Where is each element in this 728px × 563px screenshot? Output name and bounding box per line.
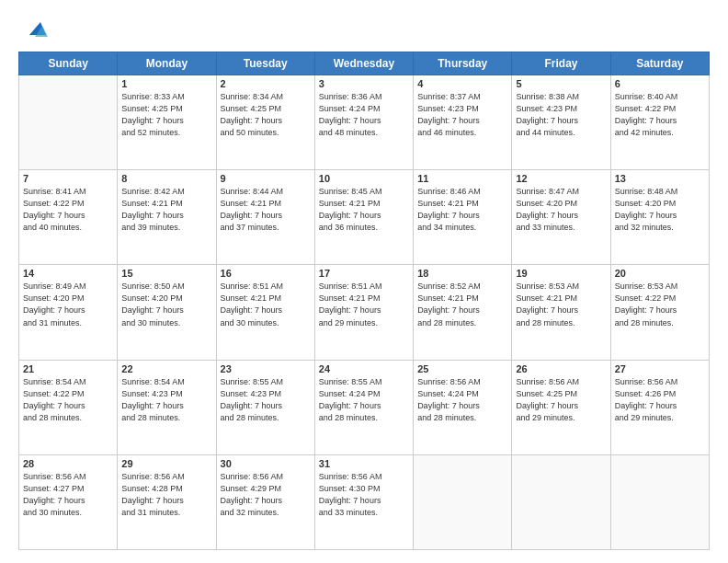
calendar-cell: 8Sunrise: 8:42 AM Sunset: 4:21 PM Daylig… xyxy=(118,170,216,265)
calendar-cell: 17Sunrise: 8:51 AM Sunset: 4:21 PM Dayli… xyxy=(314,265,413,360)
day-number: 25 xyxy=(417,363,507,374)
calendar-table: SundayMondayTuesdayWednesdayThursdayFrid… xyxy=(18,52,710,550)
calendar-cell xyxy=(610,454,709,549)
day-number: 15 xyxy=(121,268,211,279)
calendar-cell: 30Sunrise: 8:56 AM Sunset: 4:29 PM Dayli… xyxy=(216,454,314,549)
cell-info: Sunrise: 8:46 AM Sunset: 4:21 PM Dayligh… xyxy=(417,186,507,234)
header xyxy=(18,17,710,42)
cell-info: Sunrise: 8:55 AM Sunset: 4:23 PM Dayligh… xyxy=(221,376,311,424)
cell-info: Sunrise: 8:53 AM Sunset: 4:21 PM Dayligh… xyxy=(516,281,606,328)
calendar-cell: 24Sunrise: 8:55 AM Sunset: 4:24 PM Dayli… xyxy=(314,360,413,454)
calendar-cell: 26Sunrise: 8:56 AM Sunset: 4:25 PM Dayli… xyxy=(512,360,610,454)
cell-info: Sunrise: 8:44 AM Sunset: 4:21 PM Dayligh… xyxy=(221,186,311,234)
day-number: 17 xyxy=(319,268,409,279)
calendar-cell: 4Sunrise: 8:37 AM Sunset: 4:23 PM Daylig… xyxy=(414,75,512,170)
calendar-cell: 5Sunrise: 8:38 AM Sunset: 4:23 PM Daylig… xyxy=(512,75,610,170)
weekday-header-tuesday: Tuesday xyxy=(216,52,314,75)
cell-info: Sunrise: 8:47 AM Sunset: 4:20 PM Dayligh… xyxy=(516,186,606,234)
day-number: 26 xyxy=(516,363,606,374)
day-number: 7 xyxy=(23,173,113,184)
day-number: 2 xyxy=(221,78,311,89)
cell-info: Sunrise: 8:53 AM Sunset: 4:22 PM Dayligh… xyxy=(615,281,705,328)
cell-info: Sunrise: 8:49 AM Sunset: 4:20 PM Dayligh… xyxy=(23,281,113,328)
calendar-cell: 15Sunrise: 8:50 AM Sunset: 4:20 PM Dayli… xyxy=(118,265,216,360)
day-number: 5 xyxy=(516,78,606,89)
cell-info: Sunrise: 8:56 AM Sunset: 4:24 PM Dayligh… xyxy=(417,376,507,424)
calendar-cell: 28Sunrise: 8:56 AM Sunset: 4:27 PM Dayli… xyxy=(19,454,118,549)
day-number: 29 xyxy=(121,458,211,469)
day-number: 3 xyxy=(319,78,409,89)
cell-info: Sunrise: 8:56 AM Sunset: 4:28 PM Dayligh… xyxy=(121,471,211,519)
weekday-header-saturday: Saturday xyxy=(610,52,709,75)
cell-info: Sunrise: 8:36 AM Sunset: 4:24 PM Dayligh… xyxy=(319,91,409,139)
weekday-header-row: SundayMondayTuesdayWednesdayThursdayFrid… xyxy=(19,52,710,75)
calendar-cell: 11Sunrise: 8:46 AM Sunset: 4:21 PM Dayli… xyxy=(414,170,512,265)
day-number: 13 xyxy=(615,173,705,184)
day-number: 16 xyxy=(221,268,311,279)
calendar-cell xyxy=(512,454,610,549)
calendar-cell: 14Sunrise: 8:49 AM Sunset: 4:20 PM Dayli… xyxy=(19,265,118,360)
calendar-cell: 29Sunrise: 8:56 AM Sunset: 4:28 PM Dayli… xyxy=(118,454,216,549)
weekday-header-wednesday: Wednesday xyxy=(314,52,413,75)
calendar-cell: 20Sunrise: 8:53 AM Sunset: 4:22 PM Dayli… xyxy=(610,265,709,360)
calendar-cell: 22Sunrise: 8:54 AM Sunset: 4:23 PM Dayli… xyxy=(118,360,216,454)
calendar-week-row: 1Sunrise: 8:33 AM Sunset: 4:25 PM Daylig… xyxy=(19,75,710,170)
day-number: 18 xyxy=(417,268,507,279)
cell-info: Sunrise: 8:40 AM Sunset: 4:22 PM Dayligh… xyxy=(615,91,705,139)
cell-info: Sunrise: 8:56 AM Sunset: 4:27 PM Dayligh… xyxy=(23,471,113,519)
cell-info: Sunrise: 8:42 AM Sunset: 4:21 PM Dayligh… xyxy=(121,186,211,234)
day-number: 21 xyxy=(23,363,113,374)
cell-info: Sunrise: 8:51 AM Sunset: 4:21 PM Dayligh… xyxy=(221,281,311,328)
calendar-cell: 12Sunrise: 8:47 AM Sunset: 4:20 PM Dayli… xyxy=(512,170,610,265)
calendar-cell: 31Sunrise: 8:56 AM Sunset: 4:30 PM Dayli… xyxy=(314,454,413,549)
day-number: 4 xyxy=(417,78,507,89)
calendar-week-row: 21Sunrise: 8:54 AM Sunset: 4:22 PM Dayli… xyxy=(19,360,710,454)
calendar-cell: 3Sunrise: 8:36 AM Sunset: 4:24 PM Daylig… xyxy=(314,75,413,170)
day-number: 24 xyxy=(319,363,409,374)
calendar-cell: 6Sunrise: 8:40 AM Sunset: 4:22 PM Daylig… xyxy=(610,75,709,170)
calendar-cell: 13Sunrise: 8:48 AM Sunset: 4:20 PM Dayli… xyxy=(610,170,709,265)
cell-info: Sunrise: 8:54 AM Sunset: 4:23 PM Dayligh… xyxy=(121,376,211,424)
weekday-header-monday: Monday xyxy=(118,52,216,75)
calendar-cell: 23Sunrise: 8:55 AM Sunset: 4:23 PM Dayli… xyxy=(216,360,314,454)
day-number: 20 xyxy=(615,268,705,279)
calendar-cell: 2Sunrise: 8:34 AM Sunset: 4:25 PM Daylig… xyxy=(216,75,314,170)
cell-info: Sunrise: 8:56 AM Sunset: 4:30 PM Dayligh… xyxy=(319,471,409,519)
logo xyxy=(18,17,48,42)
weekday-header-friday: Friday xyxy=(512,52,610,75)
calendar-week-row: 28Sunrise: 8:56 AM Sunset: 4:27 PM Dayli… xyxy=(19,454,710,549)
calendar-cell: 1Sunrise: 8:33 AM Sunset: 4:25 PM Daylig… xyxy=(118,75,216,170)
cell-info: Sunrise: 8:34 AM Sunset: 4:25 PM Dayligh… xyxy=(221,91,311,139)
cell-info: Sunrise: 8:52 AM Sunset: 4:21 PM Dayligh… xyxy=(417,281,507,328)
logo-icon xyxy=(22,17,48,42)
day-number: 12 xyxy=(516,173,606,184)
day-number: 28 xyxy=(23,458,113,469)
day-number: 14 xyxy=(23,268,113,279)
calendar-cell xyxy=(414,454,512,549)
cell-info: Sunrise: 8:54 AM Sunset: 4:22 PM Dayligh… xyxy=(23,376,113,424)
day-number: 10 xyxy=(319,173,409,184)
cell-info: Sunrise: 8:38 AM Sunset: 4:23 PM Dayligh… xyxy=(516,91,606,139)
cell-info: Sunrise: 8:55 AM Sunset: 4:24 PM Dayligh… xyxy=(319,376,409,424)
day-number: 23 xyxy=(221,363,311,374)
weekday-header-thursday: Thursday xyxy=(414,52,512,75)
calendar-cell: 16Sunrise: 8:51 AM Sunset: 4:21 PM Dayli… xyxy=(216,265,314,360)
cell-info: Sunrise: 8:50 AM Sunset: 4:20 PM Dayligh… xyxy=(121,281,211,328)
cell-info: Sunrise: 8:56 AM Sunset: 4:29 PM Dayligh… xyxy=(221,471,311,519)
calendar-cell: 18Sunrise: 8:52 AM Sunset: 4:21 PM Dayli… xyxy=(414,265,512,360)
page: SundayMondayTuesdayWednesdayThursdayFrid… xyxy=(0,0,728,563)
cell-info: Sunrise: 8:51 AM Sunset: 4:21 PM Dayligh… xyxy=(319,281,409,328)
day-number: 27 xyxy=(615,363,705,374)
calendar-cell: 21Sunrise: 8:54 AM Sunset: 4:22 PM Dayli… xyxy=(19,360,118,454)
day-number: 30 xyxy=(221,458,311,469)
calendar-cell: 7Sunrise: 8:41 AM Sunset: 4:22 PM Daylig… xyxy=(19,170,118,265)
cell-info: Sunrise: 8:45 AM Sunset: 4:21 PM Dayligh… xyxy=(319,186,409,234)
cell-info: Sunrise: 8:56 AM Sunset: 4:26 PM Dayligh… xyxy=(615,376,705,424)
cell-info: Sunrise: 8:37 AM Sunset: 4:23 PM Dayligh… xyxy=(417,91,507,139)
cell-info: Sunrise: 8:41 AM Sunset: 4:22 PM Dayligh… xyxy=(23,186,113,234)
calendar-cell: 9Sunrise: 8:44 AM Sunset: 4:21 PM Daylig… xyxy=(216,170,314,265)
calendar-week-row: 14Sunrise: 8:49 AM Sunset: 4:20 PM Dayli… xyxy=(19,265,710,360)
calendar-cell: 10Sunrise: 8:45 AM Sunset: 4:21 PM Dayli… xyxy=(314,170,413,265)
calendar-cell: 27Sunrise: 8:56 AM Sunset: 4:26 PM Dayli… xyxy=(610,360,709,454)
weekday-header-sunday: Sunday xyxy=(19,52,118,75)
